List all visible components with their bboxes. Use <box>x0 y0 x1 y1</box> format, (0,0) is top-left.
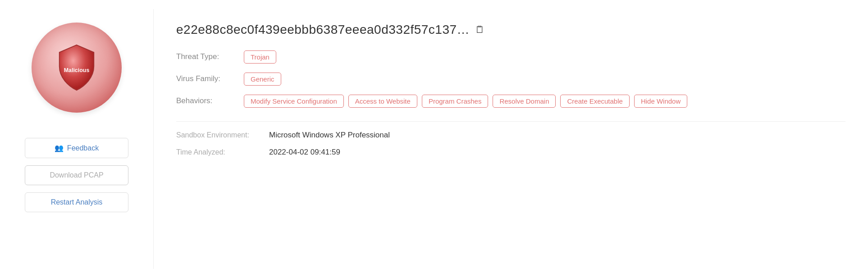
behaviors-label: Behaviors: <box>176 95 235 105</box>
virus-family-row: Virus Family: Generic <box>176 73 845 86</box>
download-pcap-button[interactable]: Download PCAP <box>25 165 128 185</box>
behaviors-row: Behaviors: Modify Service ConfigurationA… <box>176 95 845 108</box>
threat-type-label: Threat Type: <box>176 50 235 61</box>
behavior-badge[interactable]: Resolve Domain <box>493 95 556 108</box>
time-row: Time Analyzed: 2022-04-02 09:41:59 <box>176 148 845 157</box>
malicious-badge: Malicious <box>32 23 122 113</box>
behavior-badge[interactable]: Create Executable <box>560 95 629 108</box>
main-content: e22e88c8ec0f439eebbb6387eeea0d332f57c137… <box>153 9 868 269</box>
feedback-label: Feedback <box>67 144 99 152</box>
virus-family-label: Virus Family: <box>176 73 235 83</box>
divider <box>176 121 845 122</box>
behavior-badge[interactable]: Access to Website <box>348 95 417 108</box>
info-section: Threat Type: Trojan Virus Family: Generi… <box>176 50 845 108</box>
svg-text:Malicious: Malicious <box>64 67 90 73</box>
threat-type-badge[interactable]: Trojan <box>244 50 276 64</box>
sandbox-row: Sandbox Environment: Microsoft Windows X… <box>176 131 845 140</box>
threat-type-values: Trojan <box>244 50 276 64</box>
behavior-badge[interactable]: Modify Service Configuration <box>244 95 344 108</box>
restart-analysis-button[interactable]: Restart Analysis <box>25 192 128 212</box>
meta-section: Sandbox Environment: Microsoft Windows X… <box>176 131 845 157</box>
time-value: 2022-04-02 09:41:59 <box>269 148 340 157</box>
threat-type-row: Threat Type: Trojan <box>176 50 845 64</box>
sandbox-value: Microsoft Windows XP Professional <box>269 131 390 140</box>
shield-icon-wrapper: Malicious <box>54 43 99 92</box>
hash-row: e22e88c8ec0f439eebbb6387eeea0d332f57c137… <box>176 23 845 37</box>
behavior-badge[interactable]: Hide Window <box>634 95 687 108</box>
virus-family-badge[interactable]: Generic <box>244 73 281 86</box>
restart-analysis-label: Restart Analysis <box>51 198 103 206</box>
shield-icon: Malicious <box>54 43 99 92</box>
download-pcap-label: Download PCAP <box>50 171 103 179</box>
sidebar: Malicious 👥 Feedback Download PCAP Resta… <box>0 9 153 269</box>
behavior-badge[interactable]: Program Crashes <box>422 95 489 108</box>
file-hash: e22e88c8ec0f439eebbb6387eeea0d332f57c137… <box>176 23 470 37</box>
copy-icon[interactable]: 🗒 <box>475 24 485 36</box>
behaviors-values: Modify Service ConfigurationAccess to We… <box>244 95 687 108</box>
time-label: Time Analyzed: <box>176 148 262 156</box>
feedback-button[interactable]: 👥 Feedback <box>25 138 128 158</box>
sandbox-label: Sandbox Environment: <box>176 131 262 139</box>
virus-family-values: Generic <box>244 73 281 86</box>
feedback-icon: 👥 <box>55 144 64 152</box>
